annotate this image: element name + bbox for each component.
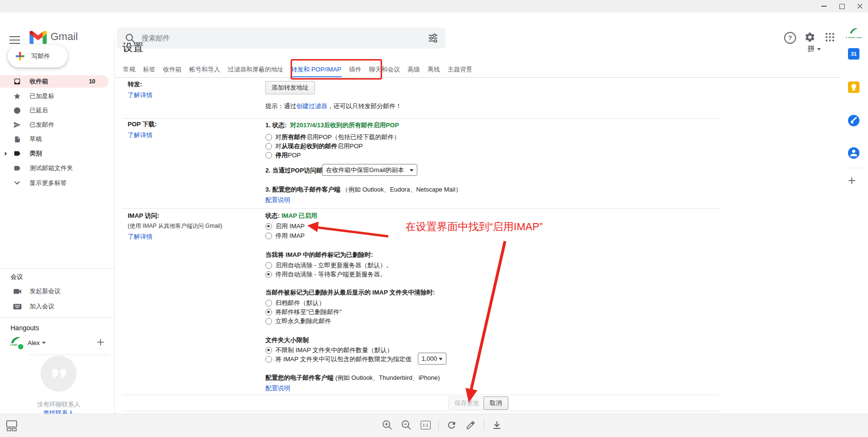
imap-status-value: IMAP 已启用 [282,212,317,219]
tab-themes[interactable]: 主题背景 [444,61,476,78]
window-close-button[interactable] [852,0,868,12]
radio-icon[interactable] [265,143,272,150]
presence-dot [17,343,24,350]
imap-option-enable[interactable]: 启用 IMAP [265,222,304,231]
forwarding-learn-more-link[interactable]: 了解详情 [128,91,152,100]
search-bar[interactable]: 搜索邮件 [117,28,445,49]
tab-addons[interactable]: 插件 [345,61,365,78]
expunge-option-auto-off[interactable]: 停用自动清除 - 等待客户端更新服务器。 [265,270,386,279]
tab-forwarding-pop-imap[interactable]: 转发和 POP/IMAP [287,61,345,78]
radio-icon[interactable] [265,300,272,306]
contacts-icon[interactable] [848,147,860,159]
save-changes-button[interactable]: 保存更改 [448,396,485,410]
gmail-settings-window: Gmail 搜索邮件 ? [0,0,868,437]
radio-selected-icon[interactable] [265,347,272,354]
search-input[interactable]: 搜索邮件 [141,34,428,43]
imap-configuration-link[interactable]: 配置说明 [265,384,290,393]
zoom-in-icon[interactable] [381,419,394,431]
label-icon [12,150,22,157]
sidebar-item-snoozed[interactable]: 已延后 [0,104,109,117]
pop-option-disable[interactable]: 停用POP [265,151,301,160]
create-filter-link[interactable]: 创建过滤器 [296,102,327,110]
sidebar-item-inbox[interactable]: 收件箱 10 [0,75,109,88]
actual-size-icon[interactable]: 1:1 [419,419,432,431]
sidebar-item-drafts[interactable]: 草稿 [0,133,109,145]
sidebar-item-categories[interactable]: 类别 [0,147,109,160]
app-name: Gmail [50,30,78,43]
calendar-icon[interactable]: 31 [848,48,860,60]
sidebar-item-sent[interactable]: 已发邮件 [0,119,109,131]
add-forwarding-address-button[interactable]: 添加转发地址 [265,81,315,94]
tab-accounts-import[interactable]: 帐号和导入 [185,61,224,78]
radio-icon[interactable] [265,152,272,159]
pop-option-all-mail[interactable]: 对所有邮件启用POP（包括已经下载的邮件） [265,133,400,142]
linglam-logo-icon [849,28,858,34]
tab-chat-meet[interactable]: 聊天和会议 [365,61,404,78]
sidebar-item-join-meeting[interactable]: 加入会议 [0,300,109,313]
radio-icon[interactable] [265,233,272,239]
section-divider [122,395,719,395]
imap-option-disable[interactable]: 停用 IMAP [265,232,304,240]
limit-option-fixed[interactable]: 将 IMAP 文件夹中可以包含的邮件数限定为指定值 [265,355,412,364]
search-options-tune-icon[interactable] [428,33,438,43]
section-divider [122,208,719,209]
imap-limit-select[interactable]: 1,000 [418,353,446,365]
minimize-icon [821,6,827,7]
expunge-option-auto-on[interactable]: 启用自动清除 - 立即更新服务器（默认）。 [265,261,393,270]
tab-advanced[interactable]: 高级 [404,61,424,78]
screens-icon[interactable] [6,420,18,431]
radio-icon[interactable] [265,318,272,325]
draft-file-icon [12,136,22,143]
imap-learn-more-link[interactable]: 了解详情 [128,232,152,241]
viewer-controls: 1:1 [381,419,503,431]
window-minimize-button[interactable] [816,0,832,12]
sidebar-item-more-labels[interactable]: 显示更多标签 [0,177,109,189]
pop-configuration-link[interactable]: 配置说明 [265,195,290,204]
radio-icon[interactable] [265,134,272,141]
hangouts-section-header: Hangouts [10,324,39,332]
edit-pencil-icon[interactable] [464,419,477,431]
download-icon[interactable] [491,419,503,431]
cancel-button[interactable]: 取消 [484,396,508,410]
delete-option-move-to-trash[interactable]: 将邮件移至"已删除邮件" [265,308,342,316]
compose-button[interactable]: 写邮件 [8,45,68,68]
window-maximize-button[interactable] [834,0,850,12]
tasks-icon[interactable] [848,114,860,127]
pop-learn-more-link[interactable]: 了解详情 [128,131,152,140]
sidebar-divider [114,38,115,414]
google-apps-grid-icon[interactable] [825,32,835,42]
rotate-icon[interactable] [445,419,458,431]
limit-option-unlimited[interactable]: 不限制 IMAP 文件夹中的邮件数量（默认） [265,346,393,355]
sidebar-item-test-folder[interactable]: 测试邮箱文件夹 [0,162,109,174]
input-tools-toggle[interactable]: 拼 [807,44,821,53]
sidebar-item-starred[interactable]: 已加星标 [0,90,109,102]
keyboard-icon [12,304,22,310]
get-addons-plus-icon[interactable] [848,176,860,189]
new-hangout-plus-icon[interactable] [97,338,104,346]
tab-inbox[interactable]: 收件箱 [159,61,185,78]
tab-filters[interactable]: 过滤器和屏蔽的地址 [224,61,287,78]
keep-icon[interactable] [848,81,860,93]
settings-gear-icon[interactable] [804,31,816,43]
radio-selected-icon[interactable] [265,271,272,278]
sidebar-item-new-meeting[interactable]: 发起新会议 [0,285,109,297]
radio-icon[interactable] [265,262,272,269]
forwarding-tip: 提示：通过创建过滤器，还可以只转发部分邮件！ [265,102,402,111]
radio-icon[interactable] [265,356,272,363]
tab-offline[interactable]: 离线 [424,61,444,78]
imap-delete-header: 当邮件被标记为已删除并从最后显示的 IMAP 文件夹中清除时: [265,288,435,297]
delete-option-archive[interactable]: 归档邮件（默认） [265,299,325,307]
expand-caret-icon[interactable] [4,152,8,156]
tab-general[interactable]: 常规 [119,61,139,78]
help-icon[interactable]: ? [784,32,796,44]
radio-selected-icon[interactable] [265,223,272,230]
pop-option-from-now[interactable]: 对从现在起收到的邮件启用POP [265,142,363,151]
pop-when-accessed-select[interactable]: 在收件箱中保留Gmail的副本 [322,164,417,176]
hangouts-user-row[interactable]: LingLam Alex [10,335,109,351]
radio-selected-icon[interactable] [265,309,272,315]
select-arrow-icon [439,358,443,360]
zoom-out-icon[interactable] [400,419,413,431]
tab-labels[interactable]: 标签 [139,61,159,78]
delete-option-delete-forever[interactable]: 立即永久删除此邮件 [265,317,331,325]
toolbar-divider [484,420,484,430]
